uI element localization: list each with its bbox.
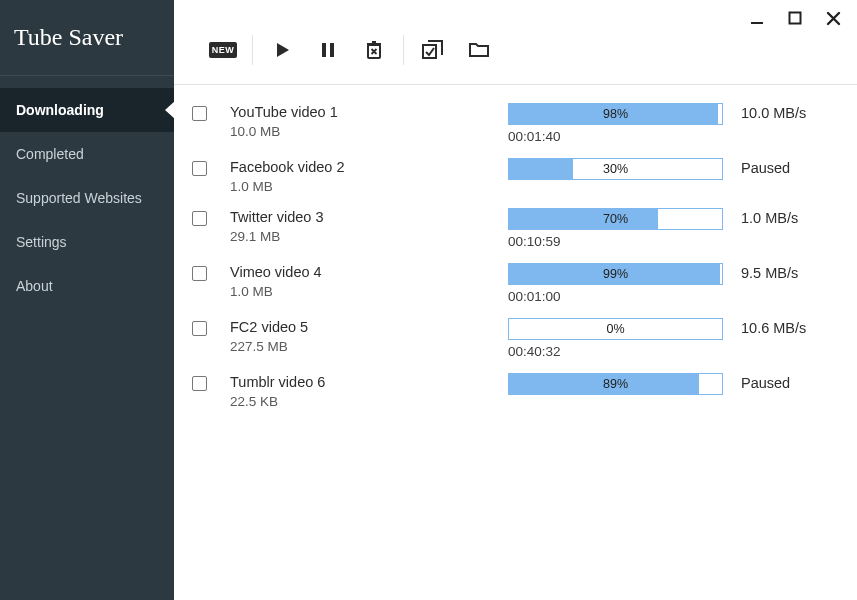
row-eta: 00:10:59 [508, 234, 733, 249]
row-checkbox-cell [192, 318, 222, 340]
row-checkbox[interactable] [192, 266, 207, 281]
sidebar-item-settings[interactable]: Settings [0, 220, 174, 264]
row-title: Facebook video 2 [230, 158, 500, 177]
progress-bar: 98% [508, 103, 723, 125]
progress-bar: 89% [508, 373, 723, 395]
new-download-button[interactable]: NEW [200, 32, 246, 68]
pause-icon [319, 41, 337, 59]
downloads-list: YouTube video 1 10.0 MB 98% 00:01:40 10.… [174, 85, 857, 409]
svg-rect-2 [322, 43, 326, 57]
download-row: YouTube video 1 10.0 MB 98% 00:01:40 10.… [192, 103, 841, 144]
sidebar-item-label: About [16, 278, 53, 294]
start-button[interactable] [259, 32, 305, 68]
row-checkbox[interactable] [192, 211, 207, 226]
row-progress-cell: 30% [508, 158, 733, 180]
row-checkbox[interactable] [192, 321, 207, 336]
row-progress-cell: 99% 00:01:00 [508, 263, 733, 304]
row-status: Paused [741, 158, 841, 176]
sidebar: Tube Saver Downloading Completed Support… [0, 0, 174, 600]
sidebar-item-supported-websites[interactable]: Supported Websites [0, 176, 174, 220]
maximize-icon [788, 11, 802, 25]
row-title: YouTube video 1 [230, 103, 500, 122]
row-title: Vimeo video 4 [230, 263, 500, 282]
row-status: 1.0 MB/s [741, 208, 841, 226]
select-all-button[interactable] [410, 32, 456, 68]
row-info: Tumblr video 6 22.5 KB [230, 373, 500, 409]
row-progress-cell: 70% 00:10:59 [508, 208, 733, 249]
sidebar-item-label: Downloading [16, 102, 104, 118]
open-folder-button[interactable] [456, 32, 502, 68]
sidebar-item-label: Supported Websites [16, 190, 142, 206]
sidebar-item-label: Completed [16, 146, 84, 162]
svg-rect-1 [790, 13, 801, 24]
row-progress-cell: 98% 00:01:40 [508, 103, 733, 144]
pause-button[interactable] [305, 32, 351, 68]
sidebar-item-completed[interactable]: Completed [0, 132, 174, 176]
row-checkbox-cell [192, 103, 222, 125]
row-eta: 00:40:32 [508, 344, 733, 359]
row-title: Tumblr video 6 [230, 373, 500, 392]
row-eta: 00:01:40 [508, 129, 733, 144]
progress-percent: 99% [509, 264, 722, 284]
row-title: Twitter video 3 [230, 208, 500, 227]
download-row: Facebook video 2 1.0 MB 30% Paused [192, 158, 841, 194]
progress-percent: 30% [509, 159, 722, 179]
svg-rect-0 [751, 22, 763, 24]
download-row: Vimeo video 4 1.0 MB 99% 00:01:00 9.5 MB… [192, 263, 841, 304]
download-row: Twitter video 3 29.1 MB 70% 00:10:59 1.0… [192, 208, 841, 249]
sidebar-item-downloading[interactable]: Downloading [0, 88, 174, 132]
row-checkbox[interactable] [192, 161, 207, 176]
row-size: 22.5 KB [230, 394, 500, 409]
app-title: Tube Saver [0, 0, 174, 75]
minimize-button[interactable] [747, 8, 767, 28]
toolbar-separator [252, 35, 253, 65]
row-status: 9.5 MB/s [741, 263, 841, 281]
progress-percent: 0% [509, 319, 722, 339]
row-progress-cell: 0% 00:40:32 [508, 318, 733, 359]
row-status: Paused [741, 373, 841, 391]
download-row: Tumblr video 6 22.5 KB 89% Paused [192, 373, 841, 409]
download-row: FC2 video 5 227.5 MB 0% 00:40:32 10.6 MB… [192, 318, 841, 359]
svg-rect-6 [372, 41, 376, 43]
progress-percent: 89% [509, 374, 722, 394]
progress-bar: 70% [508, 208, 723, 230]
row-checkbox[interactable] [192, 376, 207, 391]
window-controls [747, 8, 843, 28]
row-info: Twitter video 3 29.1 MB [230, 208, 500, 244]
row-size: 227.5 MB [230, 339, 500, 354]
minimize-icon [750, 11, 764, 25]
main-area: NEW [174, 0, 857, 600]
row-eta: 00:01:00 [508, 289, 733, 304]
play-icon [272, 40, 292, 60]
maximize-button[interactable] [785, 8, 805, 28]
folder-open-icon [468, 41, 490, 59]
row-size: 29.1 MB [230, 229, 500, 244]
row-info: Vimeo video 4 1.0 MB [230, 263, 500, 299]
check-multiple-icon [422, 40, 444, 60]
svg-rect-5 [367, 43, 381, 46]
sidebar-item-label: Settings [16, 234, 67, 250]
progress-percent: 98% [509, 104, 722, 124]
close-button[interactable] [823, 8, 843, 28]
row-info: YouTube video 1 10.0 MB [230, 103, 500, 139]
delete-button[interactable] [351, 32, 397, 68]
delete-icon [364, 40, 384, 60]
sidebar-nav: Downloading Completed Supported Websites… [0, 76, 174, 308]
row-size: 1.0 MB [230, 284, 500, 299]
row-checkbox-cell [192, 263, 222, 285]
sidebar-item-about[interactable]: About [0, 264, 174, 308]
new-badge-icon: NEW [209, 42, 238, 58]
row-checkbox-cell [192, 158, 222, 180]
svg-rect-7 [423, 45, 436, 58]
row-checkbox[interactable] [192, 106, 207, 121]
row-status: 10.0 MB/s [741, 103, 841, 121]
progress-bar: 99% [508, 263, 723, 285]
progress-bar: 30% [508, 158, 723, 180]
close-icon [826, 11, 841, 26]
row-info: Facebook video 2 1.0 MB [230, 158, 500, 194]
toolbar-separator [403, 35, 404, 65]
row-size: 1.0 MB [230, 179, 500, 194]
progress-bar: 0% [508, 318, 723, 340]
progress-percent: 70% [509, 209, 722, 229]
svg-rect-3 [330, 43, 334, 57]
